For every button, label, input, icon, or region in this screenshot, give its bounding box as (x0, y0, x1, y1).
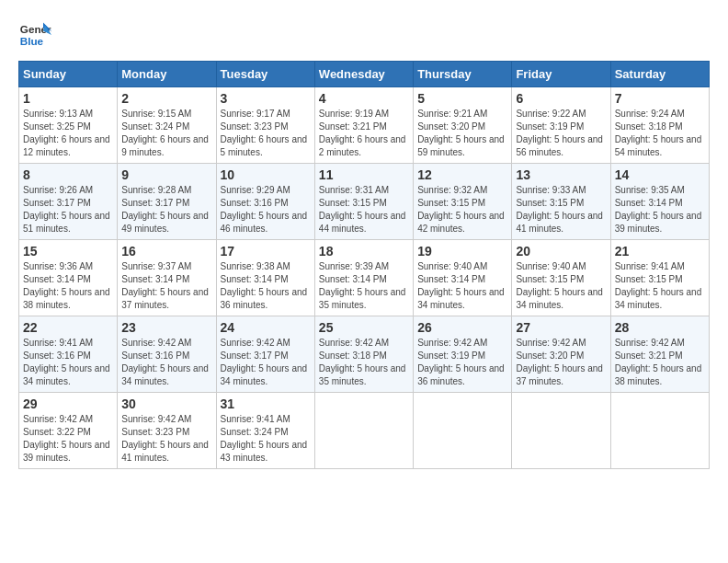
day-info: Sunrise: 9:37 AMSunset: 3:14 PMDaylight:… (121, 261, 209, 310)
day-number: 6 (516, 91, 606, 106)
day-number: 12 (417, 167, 507, 182)
day-info: Sunrise: 9:26 AMSunset: 3:17 PMDaylight:… (23, 185, 110, 234)
day-info: Sunrise: 9:28 AMSunset: 3:17 PMDaylight:… (121, 185, 209, 234)
day-cell: 17 Sunrise: 9:38 AMSunset: 3:14 PMDaylig… (216, 240, 314, 316)
day-info: Sunrise: 9:33 AMSunset: 3:15 PMDaylight:… (516, 185, 603, 234)
page-header: General Blue (18, 18, 710, 52)
day-cell: 27 Sunrise: 9:42 AMSunset: 3:20 PMDaylig… (512, 316, 610, 393)
header-cell-sunday: Sunday (19, 62, 118, 87)
week-row-2: 8 Sunrise: 9:26 AMSunset: 3:17 PMDayligh… (19, 164, 710, 240)
day-info: Sunrise: 9:41 AMSunset: 3:16 PMDaylight:… (23, 338, 110, 386)
day-number: 24 (221, 320, 311, 335)
day-number: 5 (417, 91, 507, 106)
day-info: Sunrise: 9:42 AMSunset: 3:19 PMDaylight:… (417, 338, 505, 386)
day-cell: 8 Sunrise: 9:26 AMSunset: 3:17 PMDayligh… (19, 164, 118, 240)
day-number: 4 (319, 91, 409, 106)
header-cell-friday: Friday (512, 62, 610, 87)
day-number: 26 (417, 320, 507, 335)
day-info: Sunrise: 9:42 AMSunset: 3:18 PMDaylight:… (319, 338, 406, 386)
svg-text:Blue: Blue (20, 35, 44, 47)
day-number: 18 (319, 244, 409, 259)
day-number: 25 (319, 320, 409, 335)
day-cell: 20 Sunrise: 9:40 AMSunset: 3:15 PMDaylig… (512, 240, 610, 316)
day-info: Sunrise: 9:42 AMSunset: 3:21 PMDaylight:… (615, 338, 702, 386)
week-row-4: 22 Sunrise: 9:41 AMSunset: 3:16 PMDaylig… (19, 316, 710, 393)
day-cell: 13 Sunrise: 9:33 AMSunset: 3:15 PMDaylig… (512, 164, 610, 240)
calendar-body: 1 Sunrise: 9:13 AMSunset: 3:25 PMDayligh… (19, 87, 710, 469)
day-info: Sunrise: 9:42 AMSunset: 3:20 PMDaylight:… (516, 338, 603, 386)
day-cell: 28 Sunrise: 9:42 AMSunset: 3:21 PMDaylig… (610, 316, 709, 393)
day-cell: 6 Sunrise: 9:22 AMSunset: 3:19 PMDayligh… (512, 87, 610, 164)
day-cell: 19 Sunrise: 9:40 AMSunset: 3:14 PMDaylig… (414, 240, 512, 316)
day-cell: 31 Sunrise: 9:41 AMSunset: 3:24 PMDaylig… (216, 393, 314, 469)
day-number: 11 (319, 167, 409, 182)
day-cell (414, 393, 512, 469)
day-number: 21 (615, 244, 705, 259)
day-number: 23 (121, 320, 211, 335)
day-info: Sunrise: 9:42 AMSunset: 3:17 PMDaylight:… (221, 338, 308, 386)
day-info: Sunrise: 9:41 AMSunset: 3:24 PMDaylight:… (221, 414, 308, 463)
day-number: 10 (221, 167, 311, 182)
day-info: Sunrise: 9:24 AMSunset: 3:18 PMDaylight:… (615, 109, 702, 157)
day-number: 16 (121, 244, 211, 259)
day-cell: 15 Sunrise: 9:36 AMSunset: 3:14 PMDaylig… (19, 240, 118, 316)
header-row: SundayMondayTuesdayWednesdayThursdayFrid… (19, 62, 710, 87)
header-cell-saturday: Saturday (610, 62, 709, 87)
day-number: 22 (23, 320, 113, 335)
day-info: Sunrise: 9:29 AMSunset: 3:16 PMDaylight:… (221, 185, 308, 234)
day-info: Sunrise: 9:42 AMSunset: 3:22 PMDaylight:… (23, 414, 110, 463)
day-cell: 14 Sunrise: 9:35 AMSunset: 3:14 PMDaylig… (610, 164, 709, 240)
day-info: Sunrise: 9:41 AMSunset: 3:15 PMDaylight:… (615, 261, 702, 310)
day-number: 28 (615, 320, 705, 335)
calendar-table: SundayMondayTuesdayWednesdayThursdayFrid… (18, 61, 710, 469)
day-number: 13 (516, 167, 606, 182)
day-cell: 22 Sunrise: 9:41 AMSunset: 3:16 PMDaylig… (19, 316, 118, 393)
day-info: Sunrise: 9:17 AMSunset: 3:23 PMDaylight:… (221, 109, 308, 157)
day-info: Sunrise: 9:13 AMSunset: 3:25 PMDaylight:… (23, 109, 110, 157)
day-number: 9 (121, 167, 211, 182)
day-cell: 2 Sunrise: 9:15 AMSunset: 3:24 PMDayligh… (118, 87, 216, 164)
day-cell (512, 393, 610, 469)
day-cell: 26 Sunrise: 9:42 AMSunset: 3:19 PMDaylig… (414, 316, 512, 393)
day-number: 19 (417, 244, 507, 259)
day-info: Sunrise: 9:31 AMSunset: 3:15 PMDaylight:… (319, 185, 406, 234)
day-number: 8 (23, 167, 113, 182)
week-row-1: 1 Sunrise: 9:13 AMSunset: 3:25 PMDayligh… (19, 87, 710, 164)
day-cell: 25 Sunrise: 9:42 AMSunset: 3:18 PMDaylig… (314, 316, 413, 393)
day-number: 27 (516, 320, 606, 335)
day-cell: 10 Sunrise: 9:29 AMSunset: 3:16 PMDaylig… (216, 164, 314, 240)
day-number: 1 (23, 91, 113, 106)
week-row-5: 29 Sunrise: 9:42 AMSunset: 3:22 PMDaylig… (19, 393, 710, 469)
week-row-3: 15 Sunrise: 9:36 AMSunset: 3:14 PMDaylig… (19, 240, 710, 316)
day-info: Sunrise: 9:21 AMSunset: 3:20 PMDaylight:… (417, 109, 505, 157)
logo: General Blue (18, 18, 59, 52)
day-cell: 11 Sunrise: 9:31 AMSunset: 3:15 PMDaylig… (314, 164, 413, 240)
day-number: 15 (23, 244, 113, 259)
day-cell (314, 393, 413, 469)
day-cell: 23 Sunrise: 9:42 AMSunset: 3:16 PMDaylig… (118, 316, 216, 393)
day-number: 30 (121, 396, 211, 411)
day-cell: 18 Sunrise: 9:39 AMSunset: 3:14 PMDaylig… (314, 240, 413, 316)
day-info: Sunrise: 9:42 AMSunset: 3:23 PMDaylight:… (121, 414, 209, 463)
day-cell: 3 Sunrise: 9:17 AMSunset: 3:23 PMDayligh… (216, 87, 314, 164)
day-number: 29 (23, 396, 113, 411)
day-info: Sunrise: 9:35 AMSunset: 3:14 PMDaylight:… (615, 185, 702, 234)
day-info: Sunrise: 9:36 AMSunset: 3:14 PMDaylight:… (23, 261, 110, 310)
day-info: Sunrise: 9:40 AMSunset: 3:14 PMDaylight:… (417, 261, 505, 310)
header-cell-wednesday: Wednesday (314, 62, 413, 87)
header-cell-tuesday: Tuesday (216, 62, 314, 87)
day-number: 3 (221, 91, 311, 106)
header-cell-thursday: Thursday (414, 62, 512, 87)
day-number: 17 (221, 244, 311, 259)
day-info: Sunrise: 9:38 AMSunset: 3:14 PMDaylight:… (221, 261, 308, 310)
header-cell-monday: Monday (118, 62, 216, 87)
day-info: Sunrise: 9:40 AMSunset: 3:15 PMDaylight:… (516, 261, 603, 310)
day-info: Sunrise: 9:22 AMSunset: 3:19 PMDaylight:… (516, 109, 603, 157)
day-cell: 24 Sunrise: 9:42 AMSunset: 3:17 PMDaylig… (216, 316, 314, 393)
day-info: Sunrise: 9:19 AMSunset: 3:21 PMDaylight:… (319, 109, 406, 157)
logo-icon: General Blue (18, 18, 51, 52)
day-info: Sunrise: 9:15 AMSunset: 3:24 PMDaylight:… (121, 109, 209, 157)
day-number: 20 (516, 244, 606, 259)
day-cell: 21 Sunrise: 9:41 AMSunset: 3:15 PMDaylig… (610, 240, 709, 316)
day-number: 7 (615, 91, 705, 106)
